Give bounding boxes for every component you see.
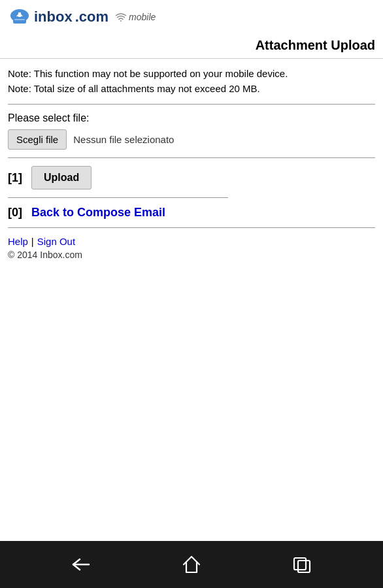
svg-rect-3: [18, 12, 21, 17]
upload-count-badge: [1]: [8, 171, 22, 185]
divider-after-back: [8, 227, 375, 228]
divider-after-notes: [8, 104, 375, 105]
note-size-limit: Note: Total size of all attachments may …: [8, 82, 375, 97]
logo-container: inbox.com mobile: [8, 5, 156, 29]
sign-out-link[interactable]: Sign Out: [37, 236, 75, 247]
wifi-icon: [115, 12, 127, 22]
back-section: [0] Back to Compose Email: [8, 206, 375, 220]
bottom-nav-bar: [0, 541, 383, 588]
back-to-compose-link[interactable]: Back to Compose Email: [31, 206, 165, 220]
note-mobile-support: Note: This function may not be supported…: [8, 67, 375, 82]
back-count-badge: [0]: [8, 206, 22, 220]
copyright-text: © 2014 Inbox.com: [8, 250, 375, 260]
notes-section: Note: This function may not be supported…: [8, 67, 375, 96]
page-title-bar: Attachment Upload: [0, 34, 383, 59]
mobile-badge: mobile: [115, 12, 156, 22]
svg-point-5: [120, 20, 122, 22]
app-container: inbox.com mobile Attachment Upload: [0, 0, 383, 588]
footer-links: Help | Sign Out: [8, 236, 375, 247]
divider-after-file-select: [8, 157, 375, 158]
logo-text: inbox.com mobile: [34, 8, 156, 25]
svg-rect-4: [14, 19, 25, 20]
nav-back-button[interactable]: [65, 548, 97, 581]
file-input-row: Scegli file Nessun file selezionato: [8, 129, 375, 150]
main-content: Note: This function may not be supported…: [0, 59, 383, 541]
nav-recents-button[interactable]: [286, 548, 318, 581]
mobile-label: mobile: [129, 12, 156, 22]
file-select-section: Please select file: Scegli file Nessun f…: [8, 112, 375, 150]
choose-file-button[interactable]: Scegli file: [8, 129, 67, 150]
page-title: Attachment Upload: [256, 38, 375, 52]
help-link[interactable]: Help: [8, 236, 28, 247]
header: inbox.com mobile: [0, 0, 383, 34]
pipe-separator: |: [31, 236, 34, 247]
inbox-logo-icon: [8, 5, 31, 29]
please-select-label: Please select file:: [8, 112, 375, 124]
upload-section: [1] Upload: [8, 166, 375, 189]
no-file-selected-text: Nessun file selezionato: [73, 134, 174, 145]
nav-home-button[interactable]: [175, 548, 208, 581]
inbox-brand-text: inbox: [34, 8, 73, 25]
svg-rect-8: [298, 561, 310, 572]
divider-after-upload: [8, 197, 228, 198]
upload-button[interactable]: Upload: [31, 166, 92, 189]
svg-rect-7: [294, 558, 306, 570]
dotcom-text: .com: [75, 8, 108, 25]
